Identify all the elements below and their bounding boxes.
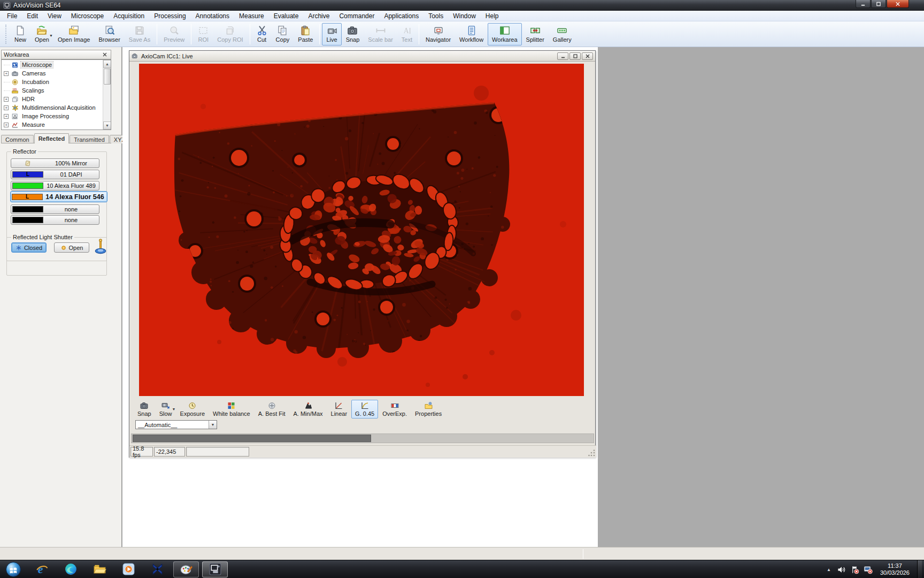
menu-annotations[interactable]: Annotations [191, 11, 234, 21]
menu-measure[interactable]: Measure [234, 11, 269, 21]
camera-toolbar-white-balance-button[interactable]: White balance [209, 400, 254, 419]
toolbar-splitter-button[interactable]: Splitter [522, 23, 549, 45]
taskbar-x-app-button[interactable] [144, 561, 170, 577]
menu-window[interactable]: Window [448, 11, 481, 21]
menu-processing[interactable]: Processing [149, 11, 190, 21]
tree-item-cameras[interactable]: +Cameras [2, 69, 103, 78]
toolbar-browser-button[interactable]: Browser [94, 23, 124, 45]
camera-mode-dropdown[interactable]: __Automatic__ ▼ [135, 420, 217, 429]
menu-microscope[interactable]: Microscope [66, 11, 109, 21]
taskbar-paint-button[interactable] [173, 561, 199, 577]
camera-maximize-button[interactable] [569, 52, 581, 60]
camera-close-button[interactable] [582, 52, 593, 60]
tree-expand-icon[interactable]: + [4, 97, 9, 102]
menu-view[interactable]: View [43, 11, 66, 21]
taskbar-internet-explorer-button[interactable]: e [29, 561, 55, 577]
toolbar-navigator-button[interactable]: Navigator [421, 23, 455, 45]
tree-expand-icon[interactable]: + [4, 114, 9, 119]
tree-item-image-processing[interactable]: +Image Processing [2, 112, 103, 120]
dropdown-caret-icon[interactable]: ▼ [49, 34, 53, 37]
camera-toolbar-a-best-fit-button[interactable]: A. Best Fit [255, 400, 289, 419]
taskbar-media-player-button[interactable] [116, 561, 141, 577]
camera-toolbar-snap-button[interactable]: Snap [134, 400, 155, 419]
tree-item-multidimensional-acquisition[interactable]: +Multidimensional Acquisition [2, 103, 103, 112]
toolbar-workarea-button[interactable]: Workarea [488, 23, 521, 45]
joystick-icon[interactable] [94, 239, 107, 255]
tree-expand-icon[interactable]: + [4, 71, 9, 76]
resize-grip[interactable] [588, 450, 596, 457]
app-titlebar[interactable]: AxioVision SE64 [0, 0, 924, 11]
dropdown-caret-icon[interactable]: ▼ [209, 421, 217, 429]
tree-scrollbar[interactable]: ▲ ▼ [103, 60, 111, 130]
menu-file[interactable]: File [2, 11, 22, 21]
camera-toolbar-linear-button[interactable]: Linear [327, 400, 351, 419]
menu-edit[interactable]: Edit [22, 11, 43, 21]
tree-item-microscope[interactable]: Microscope [2, 60, 103, 69]
menu-applications[interactable]: Applications [379, 11, 424, 21]
speaker-icon[interactable] [837, 565, 846, 574]
tab-reflected[interactable]: Reflected [34, 133, 70, 143]
tree-scroll-thumb[interactable] [104, 69, 111, 85]
network-monitor-icon[interactable] [864, 565, 873, 574]
toolbar-grip[interactable] [5, 25, 7, 44]
toolbar-cut-button[interactable]: Cut [252, 23, 272, 45]
shutter-open-button[interactable]: Open [54, 242, 89, 253]
camera-toolbar-g-0-45-button[interactable]: G. 0.45 [351, 400, 378, 419]
toolbar-new-button[interactable]: New [10, 23, 30, 45]
tree-item-scalings[interactable]: 123Scalings [2, 86, 103, 95]
tree-expand-icon[interactable]: + [4, 105, 9, 110]
menu-help[interactable]: Help [481, 11, 504, 21]
camera-minimize-button[interactable] [557, 52, 568, 60]
tab-transmitted[interactable]: Transmitted [70, 135, 109, 143]
toolbar-workflow-button[interactable]: Workflow [455, 23, 488, 45]
maximize-button[interactable] [871, 0, 886, 8]
menu-tools[interactable]: Tools [424, 11, 448, 21]
reflector-button-none-5[interactable]: none [11, 215, 99, 225]
camera-hscrollbar[interactable] [131, 434, 594, 443]
taskbar-file-explorer-button[interactable] [87, 561, 112, 577]
taskbar-axiovision-button[interactable] [202, 561, 228, 577]
camera-toolbar-overexp-button[interactable]: OverExp. [379, 400, 411, 419]
menu-evaluate[interactable]: Evaluate [269, 11, 304, 21]
tray-expand-icon[interactable]: ▲ [825, 567, 833, 572]
reflector-button-14-alexa-fluor-546[interactable]: L14 Alexa Fluor 546 [10, 191, 107, 202]
toolbar-paste-button[interactable]: Paste [294, 23, 317, 45]
hscroll-thumb[interactable] [133, 435, 371, 442]
minimize-button[interactable] [856, 0, 871, 8]
show-desktop-button[interactable] [917, 560, 922, 578]
camera-toolbar-slow-button[interactable]: Slow▼ [156, 400, 176, 419]
workarea-header[interactable]: Workarea [1, 50, 111, 59]
reflector-button-100-mirror[interactable]: 100% Mirror [11, 158, 99, 168]
menu-acquisition[interactable]: Acquisition [109, 11, 149, 21]
reflector-button-01-dapi[interactable]: L01 DAPI [11, 170, 99, 179]
reflector-button-10-alexa-fluor-489[interactable]: 10 Alexa Fluor 489 [11, 181, 99, 191]
tree-item-hdr[interactable]: +HDR [2, 95, 103, 103]
toolbar-gallery-button[interactable]: Gallery [549, 23, 576, 45]
tree-expand-icon[interactable]: + [4, 123, 9, 127]
shutter-closed-button[interactable]: Closed [11, 242, 47, 253]
action-center-flag-icon[interactable] [850, 565, 859, 574]
toolbar-snap-button[interactable]: Snap [342, 23, 364, 45]
start-button[interactable] [5, 561, 21, 577]
tree-scroll-up-button[interactable]: ▲ [103, 60, 111, 68]
reflector-button-none-4[interactable]: none [11, 204, 99, 214]
toolbar-live-button[interactable]: Live [322, 23, 341, 45]
camera-toolbar-properties-button[interactable]: Properties [411, 400, 445, 419]
taskbar-clock[interactable]: 11:37 30/03/2026 [877, 562, 913, 576]
tab-common[interactable]: Common [1, 135, 34, 143]
tree-item-measure[interactable]: +Measure [2, 120, 103, 129]
tree-scroll-down-button[interactable]: ▼ [103, 121, 111, 130]
menu-archive[interactable]: Archive [303, 11, 334, 21]
camera-toolbar-a-min-max-button[interactable]: A. Min/Max [290, 400, 327, 419]
toolbar-open-button[interactable]: Open▼ [30, 23, 53, 45]
camera-window-titlebar[interactable]: AxioCam ICc1: Live [129, 51, 595, 62]
camera-toolbar-exposure-button[interactable]: Exposure [176, 400, 209, 419]
taskbar-edge-button[interactable] [58, 561, 83, 577]
menu-commander[interactable]: Commander [334, 11, 379, 21]
toolbar-copy-button[interactable]: Copy [272, 23, 294, 45]
dropdown-caret-icon[interactable]: ▼ [172, 407, 176, 411]
tree-item-incubation[interactable]: Incubation [2, 78, 103, 86]
toolbar-open-image-button[interactable]: Open Image [53, 23, 95, 45]
workarea-close-icon[interactable] [101, 51, 109, 58]
close-button[interactable] [887, 0, 909, 8]
